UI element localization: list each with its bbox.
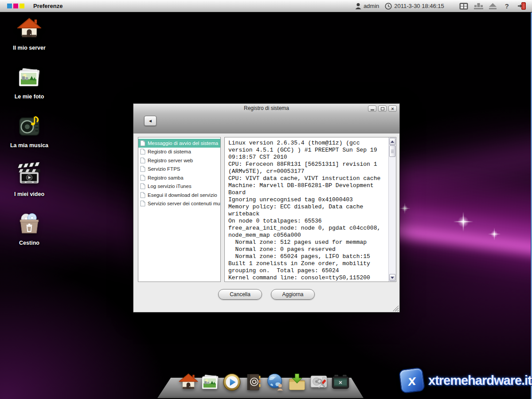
dock-network-icon[interactable] <box>265 372 286 392</box>
brand-logo <box>7 4 24 8</box>
desktop-icon-label: La mia musica <box>10 142 48 149</box>
document-icon <box>140 149 145 155</box>
sparkle <box>488 228 501 241</box>
log-list-item-media-server[interactable]: Servizio server dei contenuti multimedia… <box>138 200 220 208</box>
desktop-icon-my-server[interactable]: Il mio server <box>5 16 53 65</box>
username: admin <box>364 3 379 9</box>
trash-icon <box>16 211 42 237</box>
log-list-label: Registro server web <box>148 158 193 163</box>
log-list-item-system-log[interactable]: Registro di sistema <box>138 148 220 156</box>
logo-square-yellow <box>20 4 24 8</box>
desktop-icon-my-photos[interactable]: Le mie foto <box>5 65 53 113</box>
log-list-item-boot-message[interactable]: Messaggio di avvio del sistema <box>138 139 220 148</box>
scrollbar[interactable] <box>388 137 396 282</box>
clock-icon <box>385 3 392 10</box>
sparkle <box>399 203 410 214</box>
user-icon <box>355 3 361 9</box>
log-list-label: Servizio FTPS <box>148 166 180 172</box>
document-icon <box>140 140 145 146</box>
desktop-icon-trash[interactable]: Cestino <box>5 211 53 260</box>
desktop-icon-label: Cestino <box>19 240 39 246</box>
widgets-icon[interactable] <box>474 3 483 9</box>
close-button[interactable]: × <box>388 106 397 112</box>
datetime: 2011-3-30 18:46:15 <box>394 3 444 9</box>
home-icon <box>16 16 42 42</box>
user-indicator[interactable]: admin <box>355 3 379 9</box>
back-button[interactable]: ◄ <box>144 116 156 126</box>
cancel-button[interactable]: Cancella <box>218 289 262 300</box>
desktop-icon-label: Il mio server <box>13 45 46 51</box>
window-header[interactable]: Registro di sistema × ◄ <box>133 104 399 133</box>
scroll-down-icon <box>391 277 394 279</box>
log-list-item-samba-log[interactable]: Registro samba <box>138 173 220 182</box>
dock <box>157 367 364 398</box>
log-content-panel: Linux version 2.6.35.4 (thom@11z) (gcc v… <box>224 137 396 282</box>
scrollbar-thumb[interactable] <box>389 145 395 157</box>
window-title: Registro di sistema <box>133 105 399 111</box>
dock-home-icon[interactable] <box>178 372 199 392</box>
log-list-item-download-service[interactable]: Esegui il download del servizio <box>138 191 220 200</box>
log-list-label: Registro samba <box>148 175 184 180</box>
document-icon <box>140 192 145 198</box>
desktop-icon-label: I miei video <box>14 191 44 197</box>
desktop-icon-my-videos[interactable]: I miei video <box>5 162 53 211</box>
log-list-label: Servizio server dei contenuti multimedia… <box>148 201 220 206</box>
dock-downloads-icon[interactable] <box>287 372 307 392</box>
dock-photos-icon[interactable] <box>200 372 220 392</box>
dock-disk-utility-icon[interactable] <box>309 372 329 392</box>
minimize-button[interactable] <box>368 106 376 112</box>
help-button[interactable]: ? <box>502 2 512 10</box>
log-text: Linux version 2.6.35.4 (thom@11z) (gcc v… <box>225 137 396 282</box>
log-list-item-ftps-service[interactable]: Servizio FTPS <box>138 165 220 174</box>
dock-contacts-icon[interactable] <box>243 372 264 392</box>
scroll-up-icon <box>391 141 394 143</box>
watermark-text: xtremehardware.it <box>428 373 532 388</box>
maximize-button[interactable] <box>378 106 387 112</box>
log-list-label: Registro di sistema <box>148 149 191 154</box>
desktop-icon-label: Le mie foto <box>15 94 44 100</box>
apps-grid-icon[interactable] <box>459 3 468 10</box>
document-icon <box>140 175 145 181</box>
music-icon <box>16 113 42 139</box>
clock-indicator: 2011-3-30 18:46:15 <box>385 3 444 10</box>
log-list-label: Esegui il download del servizio <box>148 192 217 198</box>
desktop-icon-my-music[interactable]: La mia musica <box>5 113 53 162</box>
system-log-window: Registro di sistema × ◄ Messaggio di avv… <box>133 103 400 313</box>
document-icon <box>140 166 145 172</box>
logo-square-blue <box>7 4 12 8</box>
menubar: Preferenze admin 2011-3-30 18:46:15 <box>0 0 532 12</box>
document-icon <box>140 200 145 207</box>
logo-square-magenta <box>13 4 18 8</box>
close-icon: × <box>391 106 394 111</box>
scrollbar-track[interactable] <box>389 157 396 274</box>
dock-media-device-icon[interactable] <box>330 372 351 392</box>
log-list-item-itunes-log[interactable]: Log servizio iTunes <box>138 182 220 191</box>
menu-preferenze[interactable]: Preferenze <box>33 3 63 9</box>
maximize-icon <box>381 107 384 110</box>
videos-icon <box>16 162 42 188</box>
desktop-icon-column: Il mio server Le mie foto La mia musica … <box>5 16 53 260</box>
document-icon <box>140 157 145 164</box>
dock-media-player-icon[interactable] <box>222 372 242 392</box>
eject-icon[interactable] <box>489 3 497 9</box>
logout-icon[interactable] <box>517 2 526 10</box>
scroll-down-button[interactable] <box>389 274 395 281</box>
scroll-up-button[interactable] <box>389 138 395 145</box>
document-icon <box>140 183 145 189</box>
log-list-item-web-server-log[interactable]: Registro server web <box>138 156 220 165</box>
minimize-icon <box>371 110 374 110</box>
photos-icon <box>16 65 42 90</box>
log-list-panel: Messaggio di avvio del sistema Registro … <box>138 137 221 282</box>
log-list-label: Messaggio di avvio del sistema <box>148 141 218 146</box>
log-list-label: Log servizio iTunes <box>148 184 192 189</box>
xtremehardware-logo-icon: x <box>399 367 425 394</box>
sparkle <box>454 212 473 232</box>
refresh-button[interactable]: Aggiorna <box>271 289 315 300</box>
site-watermark: x xtremehardware.it <box>400 368 532 392</box>
